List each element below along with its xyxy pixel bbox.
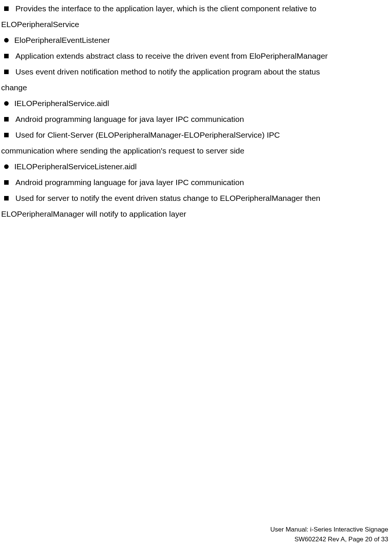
circle-bullet-icon [4,101,9,106]
circle-bullet-icon [4,38,9,43]
page-footer: User Manual: i-Series Interactive Signag… [270,525,388,544]
circle-bullet-icon [4,164,9,169]
item-text: Application extends abstract class to re… [15,48,388,64]
list-item: Used for Client-Server (ELOPeripheralMan… [1,127,388,143]
footer-line-2: SW602242 Rev A, Page 20 of 33 [270,535,388,544]
list-item: Application extends abstract class to re… [1,48,388,64]
square-bullet-icon [4,6,9,11]
item-text: IELOPeripheralServiceListener.aidl [14,159,388,175]
item-text: Used for Client-Server (ELOPeripheralMan… [15,127,388,143]
continuation-text: ELOPeripheralManager will notify to appl… [1,206,388,222]
square-bullet-icon [4,54,9,58]
list-item: IELOPeripheralService.aidl [1,96,388,111]
list-item: Uses event driven notification method to… [1,64,388,80]
square-bullet-icon [4,70,9,74]
list-item: Used for server to notify the event driv… [1,190,388,206]
list-item: Android programming language for java la… [1,111,388,127]
item-text: Uses event driven notification method to… [15,64,388,80]
item-text: Used for server to notify the event driv… [15,190,388,206]
item-text: IELOPeripheralService.aidl [14,96,388,111]
item-text: Android programming language for java la… [15,111,388,127]
continuation-text: ELOPeripheralService [1,17,388,32]
list-item: EloPeripheralEventListener [1,32,388,48]
square-bullet-icon [4,117,9,122]
item-text: Android programming language for java la… [15,175,388,190]
continuation-text: communication where sending the applicat… [1,143,388,159]
list-item: IELOPeripheralServiceListener.aidl [1,159,388,175]
list-item: Android programming language for java la… [1,175,388,190]
item-text: Provides the interface to the applicatio… [15,1,388,17]
document-content: Provides the interface to the applicatio… [0,0,392,222]
square-bullet-icon [4,196,9,201]
square-bullet-icon [4,133,9,137]
list-item: Provides the interface to the applicatio… [1,1,388,17]
square-bullet-icon [4,180,9,185]
footer-line-1: User Manual: i-Series Interactive Signag… [270,525,388,535]
item-text: EloPeripheralEventListener [14,32,388,48]
continuation-text: change [1,80,388,96]
